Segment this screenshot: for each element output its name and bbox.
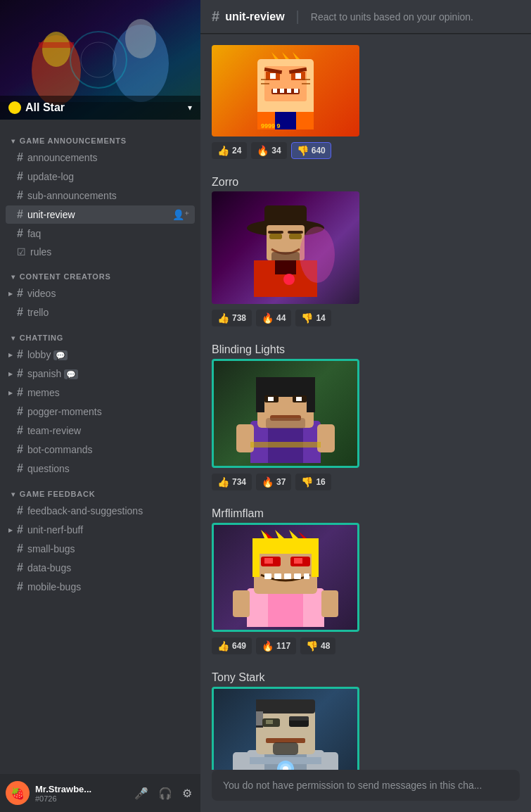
input-area: You do not have permission to send messa…	[200, 770, 531, 812]
reaction-fire-blinding[interactable]: 🔥 37	[256, 474, 291, 490]
svg-rect-72	[264, 573, 271, 579]
channel-team-review[interactable]: # team-review	[6, 421, 195, 440]
unit-image-mrflimflam	[212, 523, 359, 632]
channel-questions[interactable]: # questions	[6, 459, 195, 478]
svg-rect-77	[233, 590, 250, 617]
thumbsup-emoji: 👍	[217, 145, 229, 156]
main-content: # unit-review | React to units based on …	[200, 0, 531, 812]
fire-emoji: 🔥	[262, 312, 274, 324]
reaction-thumbsup[interactable]: 👍 24	[212, 142, 247, 159]
reactions-first: 👍 24 🔥 34 👎 640	[212, 142, 520, 159]
hash-icon: #	[17, 524, 23, 536]
unit-image-blinding	[212, 359, 359, 468]
hash-icon: #	[17, 581, 23, 593]
channel-feedback-and-suggestions[interactable]: # feedback-and-suggestions	[6, 502, 195, 520]
reaction-thumbsup-zorro[interactable]: 👍 738	[212, 310, 252, 326]
server-header[interactable]: All Star ▾	[0, 0, 200, 120]
category-game-feedback[interactable]: ▾ GAME FEEDBACK	[0, 478, 200, 501]
channel-sub-announcements[interactable]: # sub-announcements	[6, 186, 195, 205]
channel-update-log[interactable]: # update-log	[6, 167, 195, 186]
svg-rect-49	[307, 377, 315, 412]
channel-small-bugs[interactable]: # small-bugs	[6, 540, 195, 558]
reaction-thumbsdown-zorro[interactable]: 👎 14	[295, 310, 331, 326]
hash-icon: #	[17, 386, 23, 399]
channel-mobile-bugs[interactable]: # mobile-bugs	[6, 578, 195, 596]
mute-button[interactable]: 🎤	[132, 784, 151, 803]
svg-marker-80	[298, 531, 307, 538]
svg-rect-76	[304, 573, 309, 579]
category-chatting[interactable]: ▾ CHATTING	[0, 322, 200, 345]
add-user-icon[interactable]: 👤⁺	[172, 209, 189, 220]
channel-data-bugs[interactable]: # data-bugs	[6, 559, 195, 577]
reaction-thumbsup-blinding[interactable]: 👍 734	[212, 474, 252, 490]
server-name-bar[interactable]: All Star ▾	[0, 96, 200, 120]
channel-unit-review[interactable]: # unit-review 👤⁺	[6, 205, 195, 224]
category-game-announcements[interactable]: ▾ GAME ANNOUNCEMENTS	[0, 125, 200, 148]
reactions-blinding: 👍 734 🔥 37 👎 16	[212, 474, 520, 490]
category-arrow-icon: ▾	[11, 490, 15, 498]
sidebar: All Star ▾ ▾ GAME ANNOUNCEMENTS # announ…	[0, 0, 200, 812]
reaction-fire-mrflimflam[interactable]: 🔥 117	[256, 637, 296, 654]
svg-rect-78	[321, 590, 338, 617]
svg-rect-99	[321, 752, 338, 770]
hash-icon: #	[17, 170, 23, 183]
channel-rules[interactable]: ☑ rules	[6, 243, 195, 260]
server-dropdown-icon[interactable]: ▾	[188, 103, 192, 113]
svg-rect-96	[266, 738, 305, 743]
deafen-button[interactable]: 🎧	[155, 784, 175, 803]
reaction-fire[interactable]: 🔥 34	[251, 142, 286, 159]
svg-rect-41	[275, 260, 296, 274]
svg-rect-93	[289, 716, 309, 721]
channels-list: ▾ GAME ANNOUNCEMENTS # announcements # u…	[0, 120, 200, 774]
channel-lobby[interactable]: # lobby 💬	[6, 345, 195, 364]
svg-rect-74	[284, 573, 291, 579]
thumbsdown-emoji: 👎	[297, 145, 309, 156]
server-icon	[8, 101, 21, 114]
category-content-creators[interactable]: ▾ CONTENT CREATORS	[0, 261, 200, 284]
channel-memes[interactable]: # memes	[6, 383, 195, 402]
unit-label-mrflimflam: Mrflimflam	[212, 507, 520, 520]
username: Mr.Strawbe...	[35, 784, 126, 794]
svg-rect-63	[252, 538, 260, 577]
svg-point-2	[42, 32, 70, 67]
settings-button[interactable]: ⚙	[179, 784, 195, 803]
channel-spanish[interactable]: # spanish 💬	[6, 364, 195, 383]
channel-header-description: React to units based on your opinion.	[311, 11, 473, 23]
reaction-thumbsdown[interactable]: 👎 640	[291, 142, 331, 159]
channel-videos[interactable]: # videos	[6, 284, 195, 303]
svg-rect-37	[268, 231, 283, 234]
svg-rect-53	[296, 397, 302, 401]
svg-rect-73	[274, 573, 281, 579]
thumbsup-emoji: 👍	[217, 312, 229, 324]
channel-unit-nerf-buff[interactable]: # unit-nerf-buff	[6, 521, 195, 539]
channel-faq[interactable]: # faq	[6, 224, 195, 243]
hash-icon: #	[17, 151, 23, 164]
avatar: 🍓	[6, 781, 30, 805]
reaction-thumbsdown-blinding[interactable]: 👎 16	[295, 474, 331, 490]
server-name: All Star	[8, 101, 65, 114]
svg-rect-26	[261, 83, 269, 84]
reaction-thumbsup-mrflimflam[interactable]: 👍 649	[212, 637, 252, 654]
hash-icon: #	[17, 189, 23, 202]
svg-point-43	[300, 227, 335, 283]
svg-marker-67	[289, 530, 298, 538]
channel-trello[interactable]: # trello	[6, 303, 195, 322]
unit-card-first: 9999 9 👍 24 🔥 34 👎 640	[212, 45, 520, 159]
reaction-fire-zorro[interactable]: 🔥 44	[256, 310, 291, 326]
svg-rect-36	[289, 234, 302, 239]
svg-rect-27	[302, 79, 310, 80]
thumbsup-emoji: 👍	[217, 476, 229, 488]
reaction-thumbsdown-mrflimflam[interactable]: 👎 48	[300, 637, 335, 654]
svg-rect-60	[268, 588, 303, 627]
channel-bot-commands[interactable]: # bot-commands	[6, 440, 195, 459]
channel-announcements[interactable]: # announcements	[6, 148, 195, 167]
category-arrow-icon: ▾	[11, 273, 15, 281]
hash-icon: #	[17, 543, 23, 555]
thumbsdown-emoji: 👎	[301, 312, 313, 324]
fire-emoji: 🔥	[262, 476, 274, 488]
channel-pogger-moments[interactable]: # pogger-moments	[6, 402, 195, 421]
thumbsup-emoji: 👍	[217, 640, 229, 652]
user-area: 🍓 Mr.Strawbe... #0726 🎤 🎧 ⚙	[0, 774, 200, 812]
hash-icon: #	[17, 367, 23, 380]
channel-header-hash-icon: #	[212, 8, 219, 25]
